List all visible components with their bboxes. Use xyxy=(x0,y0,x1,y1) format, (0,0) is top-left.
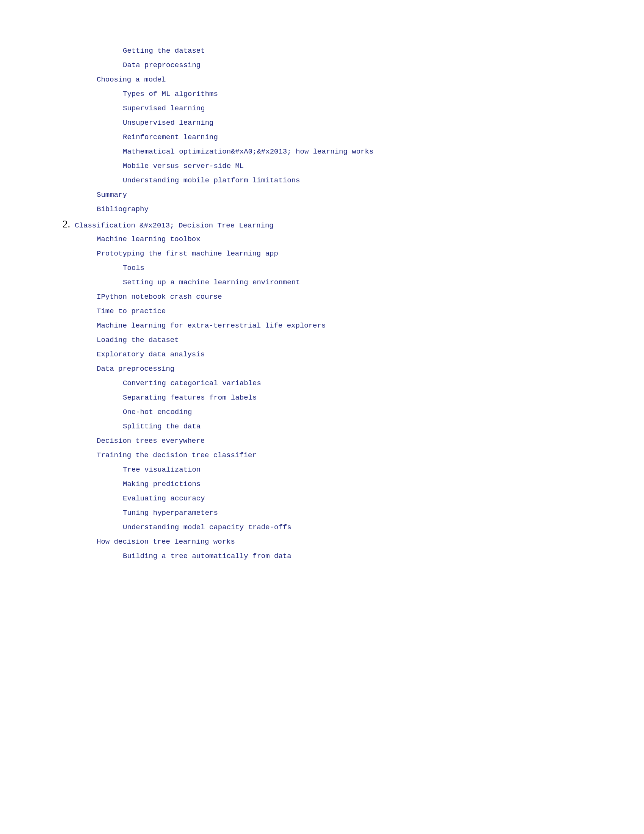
toc-link[interactable]: Mathematical optimization&#xA0;&#x2013; … xyxy=(123,147,373,156)
toc-link[interactable]: Understanding model capacity trade-offs xyxy=(123,523,292,532)
toc-link[interactable]: Decision trees everywhere xyxy=(97,437,205,445)
toc-item: Supervised learning xyxy=(123,103,644,114)
toc-item: How decision tree learning works xyxy=(97,537,644,547)
toc-item: Types of ML algorithms xyxy=(123,89,644,99)
toc-link[interactable]: Mobile versus server-side ML xyxy=(123,162,244,170)
toc-link[interactable]: Tree visualization xyxy=(123,465,200,474)
toc-link[interactable]: Prototyping the first machine learning a… xyxy=(97,249,278,258)
toc-link[interactable]: Evaluating accuracy xyxy=(123,495,205,503)
toc-item: Bibliography xyxy=(97,204,644,215)
toc-link[interactable]: Machine learning toolbox xyxy=(97,235,200,243)
toc-item: Evaluating accuracy xyxy=(123,493,644,504)
toc-item: Machine learning toolbox xyxy=(97,234,644,244)
toc-item: Machine learning for extra-terrestrial l… xyxy=(97,320,644,331)
toc-link[interactable]: Unsupervised learning xyxy=(123,119,213,127)
toc-link[interactable]: Getting the dataset xyxy=(123,47,205,55)
toc-item: Training the decision tree classifier xyxy=(97,450,644,461)
toc-item: Tools xyxy=(123,263,644,273)
toc-link[interactable]: Summary xyxy=(97,191,127,199)
toc-link[interactable]: Data preprocessing xyxy=(97,365,174,373)
toc-item: Tuning hyperparameters xyxy=(123,508,644,518)
toc-item: Prototyping the first machine learning a… xyxy=(97,248,644,259)
toc-item: Summary xyxy=(97,189,644,200)
toc-link[interactable]: Converting categorical variables xyxy=(123,379,261,388)
toc-item: Splitting the data xyxy=(123,421,644,432)
toc-item: Time to practice xyxy=(97,306,644,317)
toc-link[interactable]: Tools xyxy=(123,264,144,272)
toc-item: Mathematical optimization&#xA0;&#x2013; … xyxy=(123,146,644,157)
chapter-title: Classification &#x2013; Decision Tree Le… xyxy=(75,221,274,230)
toc-link[interactable]: Data preprocessing xyxy=(123,61,200,70)
toc-item: Making predictions xyxy=(123,479,644,490)
toc-chapter-row: 2. Classification &#x2013; Decision Tree… xyxy=(63,218,644,230)
toc-item: Setting up a machine learning environmen… xyxy=(123,277,644,288)
toc-item: IPython notebook crash course xyxy=(97,291,644,302)
toc-item: Decision trees everywhere xyxy=(97,436,644,446)
toc-group-b: Machine learning toolbox Prototyping the… xyxy=(63,234,644,561)
toc-item: Data preprocessing xyxy=(97,364,644,374)
chapter-number: 2. xyxy=(63,218,70,230)
toc-link[interactable]: Training the decision tree classifier xyxy=(97,451,257,459)
toc-item: Loading the dataset xyxy=(97,335,644,345)
toc-link[interactable]: Separating features from labels xyxy=(123,393,257,402)
toc-item: Tree visualization xyxy=(123,464,644,475)
toc-link[interactable]: Setting up a machine learning environmen… xyxy=(123,278,300,287)
toc-item: Getting the dataset xyxy=(123,45,644,56)
toc-link[interactable]: How decision tree learning works xyxy=(97,538,235,546)
toc-item: Separating features from labels xyxy=(123,392,644,403)
toc-link[interactable]: Machine learning for extra-terrestrial l… xyxy=(97,322,326,330)
toc-link[interactable]: Reinforcement learning xyxy=(123,133,218,141)
toc-link[interactable]: Time to practice xyxy=(97,307,166,315)
toc-item: Understanding mobile platform limitation… xyxy=(123,175,644,186)
toc-item: Understanding model capacity trade-offs xyxy=(123,522,644,533)
toc-link[interactable]: IPython notebook crash course xyxy=(97,293,222,301)
toc-item: Converting categorical variables xyxy=(123,378,644,389)
toc-link[interactable]: Bibliography xyxy=(97,205,148,213)
toc-item: Reinforcement learning xyxy=(123,132,644,142)
toc-item: Choosing a model xyxy=(97,74,644,85)
toc-link[interactable]: Tuning hyperparameters xyxy=(123,509,218,517)
toc-link[interactable]: Making predictions xyxy=(123,480,200,488)
toc-link[interactable]: Classification &#x2013; Decision Tree Le… xyxy=(75,221,274,230)
toc-page: Getting the dataset Data preprocessing C… xyxy=(0,0,644,834)
toc-link[interactable]: Types of ML algorithms xyxy=(123,90,218,98)
toc-item: Unsupervised learning xyxy=(123,118,644,128)
toc-link[interactable]: Loading the dataset xyxy=(97,336,179,344)
toc-item: One-hot encoding xyxy=(123,407,644,417)
toc-link[interactable]: Splitting the data xyxy=(123,422,200,431)
toc-item: Building a tree automatically from data xyxy=(123,551,644,561)
toc-link[interactable]: One-hot encoding xyxy=(123,408,192,416)
toc-item: Exploratory data analysis xyxy=(97,349,644,360)
toc-group-a: Getting the dataset Data preprocessing C… xyxy=(63,45,644,215)
toc-item: Data preprocessing xyxy=(123,60,644,71)
toc-link[interactable]: Understanding mobile platform limitation… xyxy=(123,176,300,184)
toc-link[interactable]: Exploratory data analysis xyxy=(97,350,205,359)
toc-link[interactable]: Supervised learning xyxy=(123,104,205,113)
toc-link[interactable]: Building a tree automatically from data xyxy=(123,552,292,560)
toc-item: Mobile versus server-side ML xyxy=(123,161,644,171)
toc-link[interactable]: Choosing a model xyxy=(97,76,166,84)
